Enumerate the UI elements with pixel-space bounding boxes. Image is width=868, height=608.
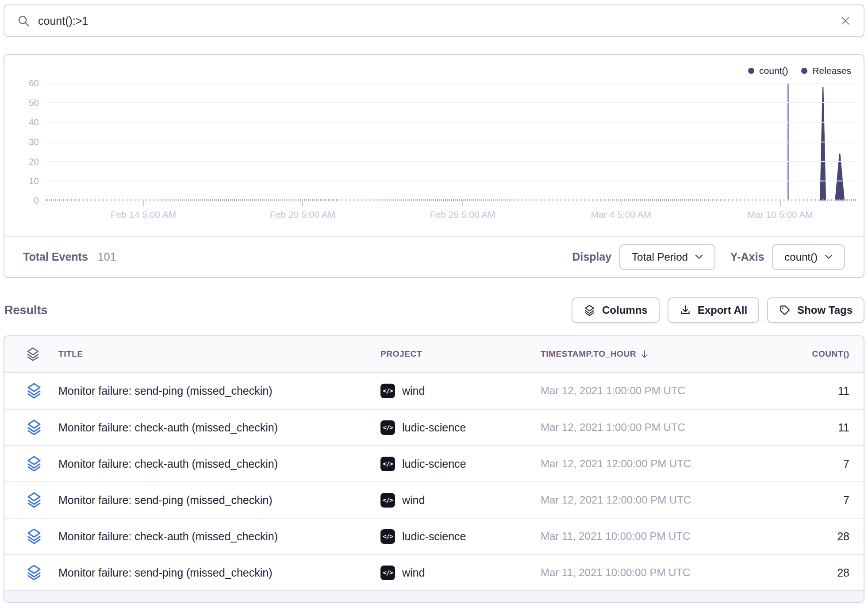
project-platform-icon: </> [380,384,395,398]
layers-icon [584,304,595,316]
chart-footer: Total Events 101 Display Total Period Y-… [4,236,864,277]
project-platform-icon: </> [380,566,395,580]
y-axis-tick-label: 30 [29,137,39,147]
count-series-dot-icon [748,68,754,74]
event-title-link[interactable]: Monitor failure: check-auth (missed_chec… [58,530,380,543]
gridline [45,122,857,123]
y-axis-tick-label: 10 [29,176,39,186]
gridline [45,181,857,181]
stack-icon[interactable] [26,455,58,472]
event-title-link[interactable]: Monitor failure: check-auth (missed_chec… [58,421,380,434]
display-dropdown[interactable]: Total Period [619,244,715,270]
project-cell: </> wind [380,566,541,580]
legend-label: Releases [812,65,851,76]
project-name: wind [402,494,425,507]
gridline [45,142,857,142]
timestamp-cell: Mar 12, 2021 1:00:00 PM UTC [541,385,787,397]
legend-item-count[interactable]: count() [748,65,788,76]
project-platform-icon: </> [380,529,395,544]
project-cell: </> wind [380,493,541,508]
results-table: TITLE PROJECT TIMESTAMP.TO_HOUR COUNT() … [4,335,864,603]
show-tags-button[interactable]: Show Tags [767,297,864,323]
tag-icon [779,304,791,316]
close-icon[interactable] [840,15,851,27]
total-events-label: Total Events [23,250,88,263]
x-axis-tick-label: Feb 14 5:00 AM [111,209,176,220]
total-events-value: 101 [98,250,116,263]
project-platform-icon: </> [380,420,395,435]
project-platform-icon: </> [380,457,395,471]
column-header-project[interactable]: PROJECT [380,349,541,359]
y-axis-dropdown[interactable]: count() [772,244,845,270]
search-input[interactable]: count():>1 [38,15,88,27]
stack-icon[interactable] [26,419,58,436]
project-cell: </> ludic-science [380,457,541,471]
column-header-count[interactable]: COUNT() [787,349,849,359]
y-axis-tick-label: 40 [29,117,39,127]
y-axis-dropdown-value: count() [784,251,818,263]
releases-dot-icon [801,68,807,74]
column-header-title[interactable]: TITLE [58,349,380,359]
stack-icon[interactable] [26,492,58,508]
x-axis-tick-label: Mar 4 5:00 AM [591,209,651,220]
timestamp-cell: Mar 12, 2021 1:00:00 PM UTC [541,421,787,434]
x-axis-tick-label: Mar 10 5:00 AM [747,209,813,220]
count-cell: 11 [787,421,849,434]
columns-button[interactable]: Columns [572,297,660,323]
event-title-link[interactable]: Monitor failure: send-ping (missed_check… [58,494,380,507]
display-label: Display [572,250,611,263]
timestamp-cell: Mar 11, 2021 10:00:00 PM UTC [541,530,787,543]
table-row[interactable]: Monitor failure: check-auth (missed_chec… [4,445,864,481]
timestamp-cell: Mar 12, 2021 12:00:00 PM UTC [541,494,787,506]
project-cell: </> ludic-science [380,529,541,544]
display-dropdown-value: Total Period [632,251,688,263]
legend-label: count() [759,65,788,76]
table-body: Monitor failure: send-ping (missed_check… [4,373,864,590]
arrow-down-icon [640,349,649,359]
table-row[interactable]: Monitor failure: check-auth (missed_chec… [4,409,864,445]
x-axis-tick [462,200,463,206]
chart-legend: count() Releases [748,65,851,76]
count-cell: 7 [787,494,849,507]
table-row[interactable]: Monitor failure: send-ping (missed_check… [4,373,864,409]
event-title-link[interactable]: Monitor failure: check-auth (missed_chec… [58,458,380,470]
project-cell: </> wind [380,384,541,398]
gridline [45,161,857,162]
count-cell: 7 [787,458,849,470]
column-header-timestamp[interactable]: TIMESTAMP.TO_HOUR [541,349,787,359]
chevron-down-icon [825,254,833,259]
search-bar[interactable]: count():>1 [4,4,864,37]
project-name: ludic-science [402,530,466,543]
event-title-link[interactable]: Monitor failure: send-ping (missed_check… [58,385,380,397]
project-cell: </> ludic-science [380,420,541,435]
results-title: Results [4,304,48,317]
table-row[interactable]: Monitor failure: send-ping (missed_check… [4,554,864,590]
export-all-button[interactable]: Export All [668,297,759,323]
stack-icon[interactable] [26,564,58,581]
x-axis-tick-label: Feb 20 5:00 AM [270,209,335,220]
project-platform-icon: </> [380,493,395,508]
project-name: ludic-science [402,421,466,434]
timestamp-cell: Mar 12, 2021 12:00:00 PM UTC [541,458,787,470]
chevron-down-icon [695,254,703,259]
project-name: wind [402,566,425,579]
project-name: wind [402,385,425,397]
count-cell: 28 [787,566,849,579]
x-axis-tick [780,200,781,206]
stack-icon[interactable] [26,382,58,399]
x-axis-line [45,199,857,201]
x-axis-tick [143,200,144,206]
y-axis-tick-label: 50 [29,97,39,108]
y-axis-tick-label: 20 [29,156,39,167]
y-axis-tick-label: 60 [29,78,39,89]
stack-icon[interactable] [26,528,58,545]
event-title-link[interactable]: Monitor failure: send-ping (missed_check… [58,566,380,579]
export-all-button-label: Export All [698,304,747,316]
table-row[interactable]: Monitor failure: check-auth (missed_chec… [4,518,864,554]
show-tags-button-label: Show Tags [797,304,853,316]
table-row[interactable]: Monitor failure: send-ping (missed_check… [4,481,864,518]
search-icon [17,14,30,27]
table-header-row: TITLE PROJECT TIMESTAMP.TO_HOUR COUNT() [4,336,864,373]
y-axis-tick-label: 0 [34,195,39,206]
legend-item-releases[interactable]: Releases [801,65,851,76]
